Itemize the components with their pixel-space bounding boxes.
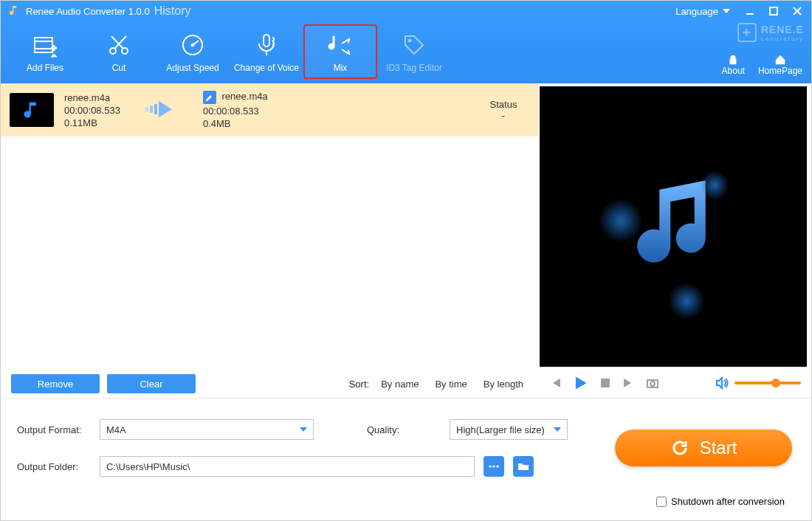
preview-pane [538, 83, 811, 399]
svg-point-26 [496, 465, 498, 467]
src-duration: 00:00:08.533 [64, 105, 120, 116]
output-folder-label: Output Folder: [17, 461, 91, 472]
svg-point-17 [408, 39, 411, 42]
svg-marker-7 [51, 54, 57, 57]
sort-by-length[interactable]: By length [484, 379, 523, 390]
tag-icon [379, 30, 450, 60]
stop-button[interactable] [599, 376, 612, 390]
arrow-icon [144, 98, 179, 123]
snapshot-button[interactable] [646, 376, 659, 390]
prev-button[interactable] [548, 376, 562, 390]
id3-label: ID3 Tag Editor [379, 63, 450, 73]
homepage-link[interactable]: HomePage [758, 54, 802, 76]
edit-icon[interactable] [203, 91, 216, 104]
id3-editor-button[interactable]: ID3 Tag Editor [377, 24, 451, 79]
svg-rect-19 [150, 106, 153, 113]
file-row[interactable]: renee.m4a 00:00:08.533 0.11MB renee.m4a … [1, 83, 538, 137]
play-button[interactable] [572, 375, 588, 391]
history-link[interactable]: History [154, 4, 191, 18]
svg-rect-15 [264, 35, 269, 46]
output-folder-input[interactable]: C:\Users\HP\Music\ [100, 456, 475, 477]
change-voice-label: Change of Voice [231, 63, 302, 73]
preview-display [540, 86, 807, 367]
app-icon [8, 4, 20, 18]
microphone-icon [231, 30, 302, 60]
language-label: Language [675, 6, 718, 17]
player-controls [538, 367, 811, 399]
gauge-icon [157, 30, 228, 60]
sort-bar: Remove Clear Sort: By name By time By le… [1, 368, 538, 399]
next-button[interactable] [622, 376, 636, 390]
cut-label: Cut [83, 63, 154, 73]
svg-rect-21 [601, 379, 610, 387]
adjust-speed-label: Adjust Speed [157, 63, 228, 73]
svg-line-11 [111, 36, 123, 49]
mix-label: Mix [305, 63, 376, 73]
svg-point-25 [492, 465, 495, 467]
chevron-down-icon [723, 9, 730, 13]
dst-filename: renee.m4a [222, 91, 268, 102]
cut-button[interactable]: Cut [82, 24, 156, 79]
mix-button[interactable]: Mix [303, 24, 377, 79]
language-selector[interactable]: Language [675, 6, 730, 17]
volume-icon[interactable] [715, 376, 729, 390]
start-button[interactable]: Start [615, 429, 792, 466]
svg-point-24 [489, 465, 491, 467]
output-format-select[interactable]: M4A [100, 419, 314, 440]
add-files-label: Add Files [10, 63, 80, 73]
file-thumbnail [10, 93, 54, 127]
file-list-pane: renee.m4a 00:00:08.533 0.11MB renee.m4a … [1, 83, 538, 399]
header: Renee Audio Converter 1.0.0 History Lang… [1, 1, 811, 83]
dst-size: 0.4MB [203, 118, 268, 129]
sort-by-time[interactable]: By time [435, 379, 467, 390]
film-add-icon [10, 30, 80, 60]
output-format-label: Output Format: [17, 424, 91, 435]
maximize-button[interactable] [767, 4, 780, 18]
app-title: Renee Audio Converter 1.0.0 [26, 6, 150, 17]
quality-label: Quality: [367, 424, 441, 435]
chevron-down-icon [300, 427, 307, 432]
close-button[interactable] [791, 4, 804, 18]
clear-button[interactable]: Clear [107, 374, 196, 393]
dst-duration: 00:00:08.533 [203, 106, 268, 117]
lock-icon [726, 54, 740, 66]
adjust-speed-button[interactable]: Adjust Speed [156, 24, 230, 79]
src-filename: renee.m4a [64, 92, 120, 103]
about-link[interactable]: About [722, 54, 745, 76]
minimize-button[interactable] [743, 4, 757, 18]
shutdown-checkbox-input[interactable] [656, 497, 667, 507]
chevron-down-icon [554, 427, 561, 432]
app-window: Renee Audio Converter 1.0.0 History Lang… [0, 0, 812, 521]
sort-by-name[interactable]: By name [381, 379, 419, 390]
sort-label: Sort: [349, 379, 369, 390]
remove-button[interactable]: Remove [11, 374, 100, 393]
svg-rect-18 [145, 107, 148, 111]
more-button[interactable] [484, 456, 504, 477]
toolbar: Add Files Cut Adjust Speed Change of Voi… [1, 21, 811, 83]
svg-rect-4 [35, 38, 52, 52]
svg-point-14 [191, 44, 194, 46]
browse-folder-button[interactable] [513, 456, 534, 477]
svg-rect-1 [770, 7, 777, 15]
shutdown-checkbox[interactable]: Shutdown after conversion [656, 496, 785, 507]
mix-icon [305, 30, 376, 60]
change-voice-button[interactable]: Change of Voice [230, 24, 303, 79]
titlebar: Renee Audio Converter 1.0.0 History Lang… [1, 1, 811, 21]
src-size: 0.11MB [64, 117, 120, 128]
add-files-button[interactable]: Add Files [8, 24, 82, 79]
volume-slider[interactable] [734, 382, 801, 384]
quality-select[interactable]: High(Larger file size) [450, 419, 568, 440]
svg-line-10 [114, 36, 126, 49]
output-panel: Output Format: M4A Quality: High(Larger … [1, 398, 811, 520]
scissors-icon [83, 30, 154, 60]
svg-rect-20 [154, 104, 157, 114]
svg-point-23 [650, 382, 655, 386]
status-value: - [478, 110, 529, 121]
status-header: Status [478, 99, 529, 110]
refresh-icon [670, 438, 689, 458]
home-icon [774, 54, 787, 66]
